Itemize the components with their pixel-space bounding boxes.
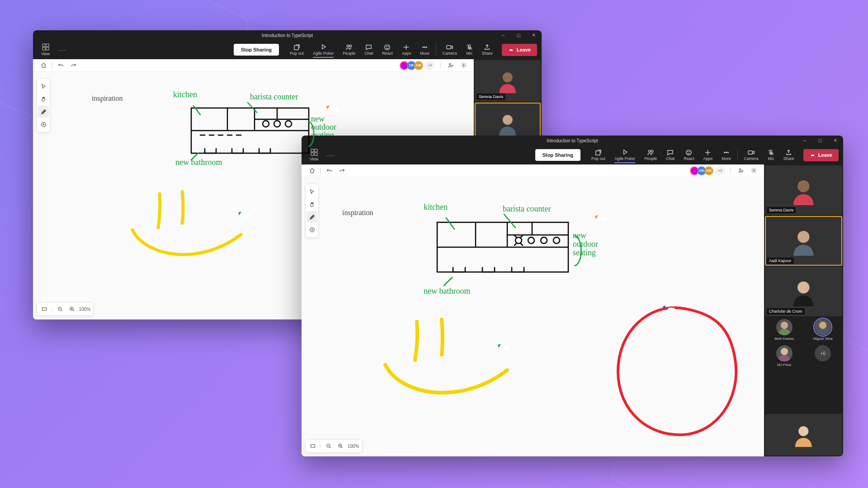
presence-avatars[interactable]: CB CW +2: [401, 61, 435, 70]
fit-icon[interactable]: [308, 441, 317, 450]
video-tile[interactable]: Charlotte de Crum: [765, 267, 842, 316]
avatar-overflow[interactable]: +2: [715, 166, 725, 175]
react-button[interactable]: React: [377, 44, 397, 56]
video-tile[interactable]: Aadi Kapoor: [765, 216, 842, 266]
chat-button[interactable]: Chat: [360, 44, 377, 56]
add-tool[interactable]: [307, 224, 317, 235]
svg-rect-23: [42, 308, 47, 310]
svg-point-17: [462, 65, 464, 66]
remote-cursor: [327, 106, 330, 109]
zoom-level: 100%: [79, 307, 91, 312]
more-button[interactable]: More: [717, 149, 736, 161]
apps-button[interactable]: Apps: [699, 149, 717, 161]
zoom-out-icon[interactable]: [324, 441, 333, 450]
svg-rect-0: [42, 44, 45, 47]
video-tile-small[interactable]: Beth Davies: [766, 319, 803, 341]
presence-avatars[interactable]: CB CW +2: [692, 166, 725, 175]
svg-point-39: [724, 152, 725, 153]
view-button[interactable]: View: [38, 43, 53, 56]
svg-rect-32: [596, 151, 600, 155]
whiteboard-canvas[interactable]: inspiration kitchen barista counter new …: [302, 177, 764, 456]
remote-cursor: [239, 212, 242, 216]
pen-tool[interactable]: [38, 106, 49, 117]
camera-button[interactable]: Camera: [740, 149, 763, 161]
agile-poker-button[interactable]: Agile Poker: [610, 149, 640, 161]
agile-poker-button[interactable]: Agile Poker: [308, 44, 338, 56]
video-tile[interactable]: Serena Davis: [765, 165, 842, 215]
svg-point-26: [503, 73, 513, 83]
stop-sharing-button[interactable]: Stop Sharing: [535, 149, 580, 161]
leave-button[interactable]: Leave: [803, 149, 839, 161]
mic-button[interactable]: Mic: [462, 44, 477, 56]
svg-rect-2: [42, 47, 45, 50]
titlebar: Introduction to TypeScript ─ ▢ ✕: [302, 136, 843, 145]
self-video-tile[interactable]: [765, 414, 842, 455]
minimize-icon[interactable]: ─: [797, 136, 812, 145]
zoom-level: 100%: [348, 444, 359, 449]
svg-rect-52: [311, 445, 315, 447]
redo-icon[interactable]: [337, 166, 347, 176]
avatar[interactable]: CW: [414, 61, 423, 70]
avatar[interactable]: CW: [704, 166, 713, 175]
add-tool[interactable]: [38, 118, 49, 130]
overflow-count: +6: [815, 345, 831, 361]
video-tile[interactable]: Serena Davis: [475, 60, 541, 102]
camera-button[interactable]: Camera: [438, 44, 462, 56]
chat-button[interactable]: Chat: [661, 149, 679, 161]
fit-icon[interactable]: [40, 305, 49, 314]
participant-name: MJ Price: [777, 363, 791, 367]
apps-button[interactable]: Apps: [397, 44, 416, 56]
share-button[interactable]: Share: [477, 44, 497, 56]
svg-rect-42: [748, 151, 752, 155]
zoom-controls: | 100%: [37, 302, 94, 316]
participant-name: Charlotte de Crum: [767, 308, 805, 314]
svg-point-59: [819, 322, 826, 329]
drawing-toolbar: [37, 78, 50, 132]
video-tile-small[interactable]: MJ Price: [766, 345, 803, 367]
maximize-icon[interactable]: ▢: [511, 30, 526, 40]
participants-panel: Serena Davis Aadi Kapoor Charlotte de Cr…: [764, 164, 843, 456]
minimize-icon[interactable]: ─: [495, 30, 511, 40]
remote-cursor: [595, 216, 599, 219]
people-button[interactable]: People: [338, 44, 360, 56]
pen-tool[interactable]: [307, 211, 317, 223]
window-title: Introduction to TypeScript: [262, 33, 313, 38]
more-button[interactable]: More: [415, 44, 434, 56]
svg-rect-14: [447, 46, 451, 49]
settings-icon[interactable]: [458, 61, 468, 70]
popout-button[interactable]: Pop out: [587, 149, 610, 161]
hand-tool[interactable]: [307, 198, 317, 210]
popout-button[interactable]: Pop out: [285, 44, 308, 56]
video-tile-small[interactable]: Miguel Silva: [805, 319, 842, 341]
teams-window-2: Introduction to TypeScript ─ ▢ ✕ View --…: [302, 136, 843, 456]
share-button[interactable]: Share: [779, 149, 799, 161]
mic-button[interactable]: Mic: [763, 149, 779, 161]
undo-icon[interactable]: [56, 61, 66, 70]
select-tool[interactable]: [307, 186, 317, 197]
people-button[interactable]: People: [640, 149, 661, 161]
leave-button[interactable]: Leave: [502, 44, 537, 56]
participant-name: Serena Davis: [767, 207, 796, 213]
maximize-icon[interactable]: ▢: [812, 136, 828, 145]
zoom-in-icon[interactable]: [67, 305, 76, 314]
svg-point-9: [387, 46, 387, 47]
meeting-timer: --:--: [58, 47, 66, 52]
stop-sharing-button[interactable]: Stop Sharing: [234, 44, 279, 56]
share-whiteboard-icon[interactable]: [446, 61, 456, 70]
svg-point-37: [688, 151, 689, 152]
zoom-out-icon[interactable]: [56, 305, 65, 314]
avatar-overflow[interactable]: +2: [425, 61, 435, 70]
share-whiteboard-icon[interactable]: [736, 166, 746, 176]
close-icon[interactable]: ✕: [828, 136, 843, 145]
video-tile-overflow[interactable]: +6: [805, 345, 842, 367]
close-icon[interactable]: ✕: [526, 30, 542, 40]
settings-icon[interactable]: [749, 166, 759, 176]
zoom-in-icon[interactable]: [336, 441, 345, 450]
redo-icon[interactable]: [68, 61, 78, 70]
home-icon[interactable]: [38, 61, 48, 70]
hand-tool[interactable]: [38, 93, 49, 105]
svg-point-7: [349, 45, 352, 47]
select-tool[interactable]: [38, 80, 49, 92]
remote-cursor: [663, 306, 667, 310]
react-button[interactable]: React: [679, 149, 699, 161]
